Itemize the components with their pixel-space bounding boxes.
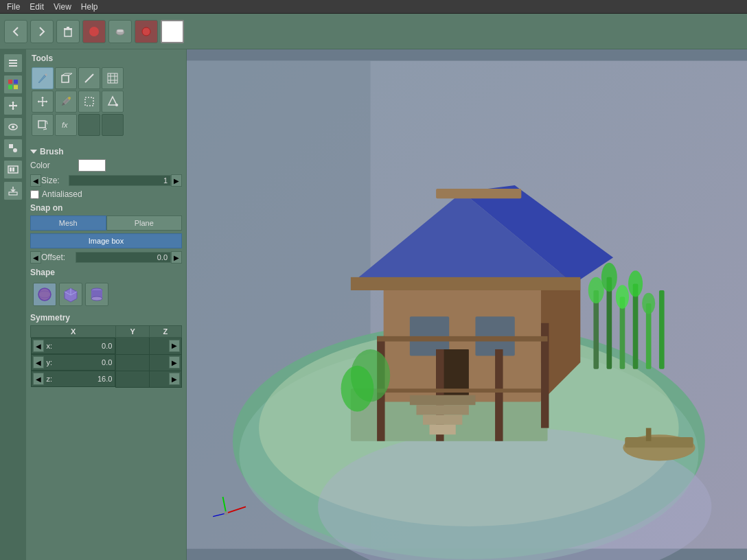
- svg-point-3: [89, 27, 99, 36]
- svg-rect-31: [85, 97, 93, 106]
- sym-y-increase[interactable]: ▶: [169, 356, 180, 369]
- tool-move[interactable]: [32, 91, 54, 113]
- svg-rect-20: [12, 167, 14, 172]
- color-row: Color: [30, 159, 182, 172]
- symmetry-title: Symmetry: [30, 313, 182, 323]
- shape-cube-btn[interactable]: [59, 283, 82, 306]
- size-decrease[interactable]: ◀: [30, 174, 41, 187]
- sym-z-label: z:: [44, 373, 56, 384]
- brush-title[interactable]: Brush: [30, 147, 182, 156]
- menu-help[interactable]: Help: [77, 1, 102, 13]
- svg-rect-61: [410, 395, 476, 405]
- eraser-button[interactable]: [108, 20, 132, 43]
- tool-select[interactable]: [78, 91, 100, 113]
- tool-placeholder1: [78, 114, 100, 136]
- color-preview[interactable]: [161, 20, 184, 43]
- snap-plane-btn[interactable]: Plane: [106, 215, 183, 231]
- sym-z-value: 16.0: [55, 375, 113, 383]
- color-label: Color: [30, 161, 78, 170]
- svg-point-40: [91, 296, 102, 301]
- svg-rect-66: [377, 388, 541, 393]
- tool-pencil[interactable]: [32, 67, 54, 89]
- tool-grid[interactable]: [102, 67, 124, 89]
- side-icon-shapes[interactable]: [3, 139, 23, 158]
- svg-point-17: [13, 148, 17, 152]
- tool-resize[interactable]: [32, 114, 54, 136]
- sym-x-label: x:: [44, 340, 56, 351]
- left-panel: Tools: [26, 49, 187, 560]
- sym-x-decrease[interactable]: ◀: [33, 340, 44, 352]
- tools-grid: fx: [29, 65, 183, 139]
- sym-header-z: Z: [149, 326, 181, 338]
- offset-label: Offset:: [41, 253, 76, 262]
- sym-header-x: X: [31, 326, 116, 338]
- svg-rect-2: [67, 27, 69, 28]
- tools-section: Tools: [26, 49, 186, 141]
- svg-rect-10: [8, 80, 12, 84]
- svg-rect-11: [14, 80, 18, 84]
- shape-sphere-btn[interactable]: [33, 283, 56, 306]
- sym-x-increase[interactable]: ▶: [169, 340, 180, 352]
- brush-section: Brush Color ◀ Size: 1 ▶ Antialiased: [30, 147, 182, 199]
- snap-buttons: Mesh Plane: [30, 215, 182, 231]
- offset-row: ◀ Offset: 0.0 ▶: [30, 251, 182, 264]
- viewport[interactable]: [187, 49, 747, 560]
- svg-rect-12: [8, 85, 12, 89]
- color-swatch[interactable]: [78, 159, 106, 172]
- forward-button[interactable]: [30, 20, 54, 43]
- sym-z-increase[interactable]: ▶: [169, 373, 180, 385]
- menu-edit[interactable]: Edit: [25, 1, 48, 13]
- offset-increase[interactable]: ▶: [171, 251, 182, 264]
- side-icon-palette[interactable]: [3, 75, 23, 94]
- svg-point-33: [115, 104, 118, 106]
- menu-file[interactable]: File: [3, 1, 24, 13]
- svg-rect-62: [416, 405, 468, 415]
- snap-mesh-btn[interactable]: Mesh: [30, 215, 106, 231]
- tool-function[interactable]: fx: [55, 114, 77, 136]
- side-icon-film[interactable]: [3, 160, 23, 179]
- menu-view[interactable]: View: [49, 1, 76, 13]
- svg-rect-63: [423, 415, 462, 425]
- svg-rect-64: [430, 425, 456, 434]
- svg-point-30: [68, 97, 71, 100]
- size-increase[interactable]: ▶: [171, 174, 182, 187]
- size-label: Size:: [41, 176, 69, 185]
- side-icon-eye[interactable]: [3, 117, 23, 137]
- sym-y-decrease[interactable]: ◀: [33, 356, 44, 369]
- tool-eyedropper[interactable]: [55, 91, 77, 113]
- side-icon-layers[interactable]: [3, 54, 23, 73]
- brush-triangle: [30, 150, 37, 154]
- properties-panel: Brush Color ◀ Size: 1 ▶ Antialiased: [26, 141, 186, 393]
- svg-marker-32: [108, 97, 117, 105]
- paint-tool-button[interactable]: [82, 20, 106, 43]
- antialiased-checkbox[interactable]: [30, 190, 39, 199]
- shape-tool-button[interactable]: [135, 20, 158, 43]
- svg-rect-34: [38, 121, 45, 128]
- svg-rect-21: [9, 192, 17, 195]
- svg-rect-16: [9, 144, 13, 148]
- snap-section: Snap on Mesh Plane Image box ◀ Offset: 0…: [30, 203, 182, 264]
- sym-z-decrease[interactable]: ◀: [33, 373, 44, 385]
- svg-rect-7: [9, 60, 17, 61]
- back-button[interactable]: [4, 20, 27, 43]
- side-icon-move[interactable]: [3, 96, 23, 115]
- sym-x-value: 0.0: [55, 342, 113, 350]
- shape-buttons: [30, 280, 182, 309]
- tool-cube[interactable]: [55, 67, 77, 89]
- svg-rect-52: [351, 277, 580, 290]
- tool-placeholder2: [102, 114, 124, 136]
- svg-rect-8: [9, 62, 17, 64]
- tool-fill[interactable]: [102, 91, 124, 113]
- size-row: ◀ Size: 1 ▶: [30, 174, 182, 187]
- imagebox-btn[interactable]: Image box: [30, 233, 182, 248]
- shape-cylinder-btn[interactable]: [85, 283, 108, 306]
- side-icon-export[interactable]: [3, 181, 23, 200]
- svg-rect-1: [64, 28, 72, 30]
- antialiased-row: Antialiased: [30, 189, 182, 199]
- svg-rect-5: [117, 30, 124, 32]
- svg-rect-80: [646, 428, 652, 441]
- delete-button[interactable]: [56, 20, 80, 43]
- svg-rect-53: [436, 189, 521, 198]
- tool-line[interactable]: [78, 67, 100, 89]
- offset-decrease[interactable]: ◀: [30, 251, 41, 264]
